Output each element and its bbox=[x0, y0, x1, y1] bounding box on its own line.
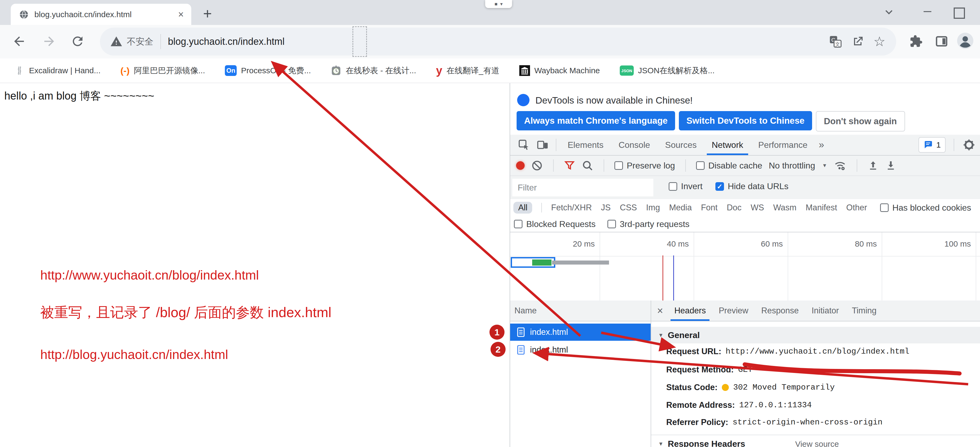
side-panel-icon[interactable] bbox=[935, 35, 948, 48]
translate-icon[interactable]: G文 bbox=[829, 35, 842, 48]
close-details-icon[interactable]: × bbox=[657, 305, 663, 317]
browser-tab[interactable]: blog.yuchaoit.cn/index.html × bbox=[11, 4, 191, 25]
preserve-log-toggle[interactable]: Preserve log bbox=[614, 161, 675, 171]
type-filter-img[interactable]: Img bbox=[646, 203, 660, 212]
mini-widget[interactable]: ■ ▾ bbox=[485, 0, 512, 8]
tab-close-icon[interactable]: × bbox=[178, 9, 184, 20]
bookmark-excalidraw[interactable]: Excalidraw | Hand... bbox=[15, 66, 100, 75]
invert-toggle[interactable]: Invert bbox=[669, 181, 703, 191]
invert-checkbox[interactable] bbox=[669, 182, 677, 191]
reload-icon[interactable] bbox=[70, 34, 85, 49]
detail-tab-initiator[interactable]: Initiator bbox=[805, 301, 845, 321]
export-har-icon[interactable] bbox=[885, 160, 896, 171]
has-blocked-cookies-toggle[interactable]: Has blocked cookies bbox=[880, 203, 971, 213]
third-party-checkbox[interactable] bbox=[608, 220, 616, 228]
bookmark-star-icon[interactable]: ☆ bbox=[873, 35, 885, 48]
type-filter-css[interactable]: CSS bbox=[620, 203, 637, 212]
request-row[interactable]: index.html bbox=[510, 341, 651, 358]
minimize-button[interactable]: – bbox=[924, 2, 931, 18]
maximize-button[interactable] bbox=[954, 8, 965, 19]
type-filter-media[interactable]: Media bbox=[669, 203, 692, 212]
profile-avatar[interactable] bbox=[956, 32, 974, 50]
type-filter-doc[interactable]: Doc bbox=[727, 203, 741, 212]
tab-elements[interactable]: Elements bbox=[560, 135, 611, 155]
request-filter-row2: Blocked Requests 3rd-party requests bbox=[510, 216, 980, 232]
detail-tab-response[interactable]: Response bbox=[755, 301, 805, 321]
blocked-requests-toggle[interactable]: Blocked Requests bbox=[514, 219, 596, 229]
device-toolbar-icon[interactable] bbox=[536, 139, 549, 151]
has-blocked-cookies-checkbox[interactable] bbox=[880, 203, 889, 212]
address-url[interactable]: blog.yuchaoit.cn/index.html bbox=[168, 36, 285, 47]
settings-gear-icon[interactable] bbox=[963, 139, 975, 151]
share-icon[interactable] bbox=[851, 35, 864, 48]
svg-text:文: 文 bbox=[835, 41, 840, 47]
search-icon[interactable] bbox=[582, 160, 593, 171]
bookmark-youdao[interactable]: y 在线翻译_有道 bbox=[436, 65, 500, 76]
address-bar[interactable]: 不安全 blog.yuchaoit.cn/index.html G文 ☆ bbox=[100, 28, 896, 55]
type-filter-all[interactable]: All bbox=[513, 202, 532, 214]
switch-to-chinese-button[interactable]: Switch DevTools to Chinese bbox=[679, 111, 812, 130]
hide-data-urls-checkbox[interactable]: ✓ bbox=[715, 182, 724, 191]
tab-network[interactable]: Network bbox=[704, 135, 751, 155]
import-har-icon[interactable] bbox=[867, 160, 879, 171]
network-overview-timeline[interactable]: 20 ms 40 ms 60 ms 80 ms 100 ms bbox=[510, 232, 980, 301]
filter-funnel-icon[interactable] bbox=[564, 160, 575, 171]
clear-icon[interactable] bbox=[531, 160, 543, 171]
bookmark-json-parser[interactable]: JSON JSON在线解析及格... bbox=[620, 65, 714, 76]
name-column-header[interactable]: Name bbox=[510, 301, 651, 322]
processon-icon: On bbox=[225, 65, 237, 76]
general-section-header[interactable]: ▼ General bbox=[651, 327, 980, 344]
detail-tab-preview[interactable]: Preview bbox=[712, 301, 755, 321]
tab-performance[interactable]: Performance bbox=[751, 135, 815, 155]
issues-button[interactable]: 1 bbox=[918, 137, 946, 153]
dont-show-again-button[interactable]: Don't show again bbox=[816, 111, 905, 132]
status-302-dot bbox=[722, 384, 729, 391]
tab-search-chevron-icon[interactable] bbox=[883, 6, 895, 18]
type-filter-ws[interactable]: WS bbox=[751, 203, 764, 212]
disable-cache-toggle[interactable]: Disable cache bbox=[696, 161, 762, 171]
type-filter-wasm[interactable]: Wasm bbox=[773, 203, 797, 212]
response-headers-section-header[interactable]: ▼ Response Headers View source bbox=[658, 439, 839, 447]
bookmark-alibaba-mirror[interactable]: (-) 阿里巴巴开源镜像... bbox=[120, 65, 205, 76]
third-party-toggle[interactable]: 3rd-party requests bbox=[608, 219, 690, 229]
not-secure-warning-icon bbox=[110, 35, 123, 48]
throttling-dropdown[interactable]: No throttling ▼ bbox=[769, 161, 827, 171]
blocked-requests-checkbox[interactable] bbox=[514, 220, 522, 228]
record-button[interactable] bbox=[516, 161, 525, 170]
request-row-selected[interactable]: index.html bbox=[510, 323, 651, 341]
hide-data-urls-toggle[interactable]: ✓ Hide data URLs bbox=[715, 181, 789, 191]
extensions-puzzle-icon[interactable] bbox=[909, 35, 923, 48]
network-split-view: Name index.html index.html × Headers Pre… bbox=[510, 301, 980, 447]
bookmark-label: ProcessOn - 免费... bbox=[241, 65, 311, 76]
type-filter-fetch-xhr[interactable]: Fetch/XHR bbox=[551, 203, 592, 212]
filter-input[interactable] bbox=[512, 179, 653, 197]
view-source-link[interactable]: View source bbox=[795, 439, 839, 447]
inspect-element-icon[interactable] bbox=[518, 139, 530, 151]
tab-sources[interactable]: Sources bbox=[658, 135, 704, 155]
bookmark-wayback-machine[interactable]: Wayback Machine bbox=[519, 65, 600, 76]
tab-console[interactable]: Console bbox=[611, 135, 657, 155]
always-match-language-button[interactable]: Always match Chrome's language bbox=[517, 111, 675, 130]
request-name: index.html bbox=[530, 345, 568, 355]
bookmark-processon[interactable]: On ProcessOn - 免费... bbox=[225, 65, 311, 76]
network-filter-row: Invert ✓ Hide data URLs bbox=[510, 176, 980, 199]
back-icon[interactable] bbox=[12, 34, 26, 49]
security-label[interactable]: 不安全 bbox=[127, 36, 153, 48]
type-filter-manifest[interactable]: Manifest bbox=[806, 203, 837, 212]
forward-icon[interactable] bbox=[42, 34, 56, 49]
detail-tab-headers[interactable]: Headers bbox=[668, 301, 712, 321]
bookmark-stopwatch[interactable]: 在线秒表 - 在线计... bbox=[331, 65, 416, 76]
type-filter-js[interactable]: JS bbox=[601, 203, 611, 212]
more-tabs-icon[interactable]: » bbox=[815, 139, 828, 151]
info-icon bbox=[517, 94, 530, 106]
request-type-filters: All Fetch/XHR JS CSS Img Media Font Doc … bbox=[510, 199, 980, 216]
mini-square-icon: ■ bbox=[495, 2, 498, 7]
network-conditions-icon[interactable] bbox=[834, 159, 846, 172]
preserve-log-checkbox[interactable] bbox=[614, 161, 623, 170]
bookmark-label: Wayback Machine bbox=[535, 66, 600, 75]
disable-cache-checkbox[interactable] bbox=[696, 161, 705, 170]
type-filter-font[interactable]: Font bbox=[701, 203, 718, 212]
detail-tab-timing[interactable]: Timing bbox=[845, 301, 883, 321]
type-filter-other[interactable]: Other bbox=[846, 203, 867, 212]
new-tab-button[interactable]: + bbox=[203, 5, 212, 22]
